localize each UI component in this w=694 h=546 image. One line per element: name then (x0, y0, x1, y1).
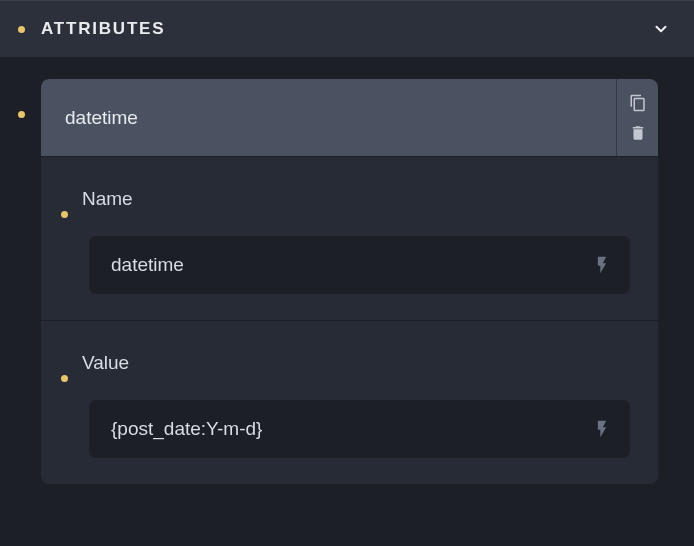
attributes-panel-header[interactable]: ATTRIBUTES (0, 0, 694, 57)
attributes-panel: ATTRIBUTES (0, 0, 694, 57)
attribute-card-actions (616, 79, 658, 156)
field-label-row: Value (61, 343, 630, 382)
field-value-value: {post_date:Y-m-d} (111, 418, 592, 440)
field-name-value: datetime (111, 254, 592, 276)
bullet-icon (18, 26, 25, 33)
bullet-icon (61, 375, 68, 382)
bolt-icon[interactable] (592, 254, 612, 276)
field-value-input[interactable]: {post_date:Y-m-d} (89, 400, 630, 458)
attribute-row: datetime Name datetime (0, 79, 694, 484)
field-label-row: Name (61, 179, 630, 218)
attribute-card-header[interactable]: datetime (41, 79, 658, 157)
panel-body: datetime Name datetime (0, 57, 694, 514)
bullet-icon (18, 111, 25, 118)
attribute-card: datetime Name datetime (41, 79, 658, 484)
field-name-block: Name datetime (41, 157, 658, 321)
panel-title: ATTRIBUTES (41, 19, 652, 39)
bolt-icon[interactable] (592, 418, 612, 440)
field-value-label: Value (82, 352, 129, 374)
attribute-header-title: datetime (41, 79, 616, 156)
field-name-label: Name (82, 188, 133, 210)
copy-icon[interactable] (629, 94, 647, 112)
trash-icon[interactable] (629, 124, 647, 142)
field-name-input[interactable]: datetime (89, 236, 630, 294)
chevron-down-icon (652, 20, 670, 38)
field-value-block: Value {post_date:Y-m-d} (41, 321, 658, 484)
bullet-icon (61, 211, 68, 218)
